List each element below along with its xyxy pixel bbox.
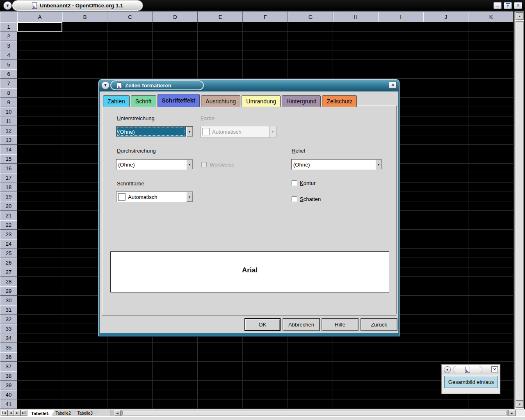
row-header-12[interactable]: 12 — [0, 126, 17, 135]
tab-area-splitter[interactable] — [110, 410, 112, 416]
dialog-close-button[interactable]: ✕ — [389, 82, 397, 89]
row-header-36[interactable]: 36 — [0, 352, 17, 362]
strikethrough-dropdown[interactable]: (Ohne) ▼ — [116, 159, 193, 170]
scroll-up-button[interactable]: ▲ — [516, 12, 524, 20]
previous-sheet-button[interactable]: ◀ — [7, 410, 14, 416]
column-header-E[interactable]: E — [198, 11, 243, 22]
row-header-24[interactable]: 24 — [0, 239, 17, 249]
scroll-left-button[interactable]: ◀ — [114, 410, 121, 416]
row-header-2[interactable]: 2 — [0, 32, 17, 41]
row-header-15[interactable]: 15 — [0, 154, 17, 164]
strikethrough-dropdown-button[interactable]: ▼ — [186, 160, 193, 169]
row-header-13[interactable]: 13 — [0, 135, 17, 145]
column-header-H[interactable]: H — [333, 11, 378, 22]
minimize-button[interactable]: _ — [493, 2, 502, 9]
row-header-5[interactable]: 5 — [0, 60, 17, 69]
font-color-dropdown[interactable]: Automatisch ▼ — [116, 192, 193, 202]
row-header-40[interactable]: 40 — [0, 390, 17, 399]
first-sheet-button[interactable]: ◀ — [1, 410, 7, 416]
underline-dropdown-button[interactable]: ▼ — [186, 127, 193, 137]
column-header-G[interactable]: G — [288, 11, 333, 22]
help-button[interactable]: Hilfe — [322, 318, 358, 331]
row-header-25[interactable]: 25 — [0, 249, 17, 258]
vertical-scroll-thumb[interactable] — [516, 21, 524, 401]
ok-button[interactable]: OK — [244, 318, 281, 331]
back-button[interactable]: Zurück — [361, 318, 397, 331]
underline-dropdown[interactable]: (Ohne) ▼ — [116, 126, 193, 137]
row-header-18[interactable]: 18 — [0, 183, 17, 192]
row-header-4[interactable]: 4 — [0, 50, 17, 60]
row-header-8[interactable]: 8 — [0, 88, 17, 98]
row-header-20[interactable]: 20 — [0, 201, 17, 211]
row-header-37[interactable]: 37 — [0, 362, 17, 371]
column-header-K[interactable]: K — [468, 11, 514, 22]
floating-window-titlebar[interactable]: ▼ ✕ — [442, 365, 500, 374]
dialog-tab-zellschutz[interactable]: Zellschutz — [322, 95, 357, 107]
next-sheet-button[interactable]: ▶ — [14, 410, 21, 416]
row-header-7[interactable]: 7 — [0, 79, 17, 88]
row-header-34[interactable]: 34 — [0, 333, 17, 343]
dialog-tab-hintergrund[interactable]: Hintergrund — [282, 95, 321, 107]
row-header-38[interactable]: 38 — [0, 371, 17, 381]
shadow-checkbox[interactable] — [292, 196, 297, 202]
row-header-11[interactable]: 11 — [0, 116, 17, 126]
row-header-21[interactable]: 21 — [0, 211, 17, 220]
floating-window-menu-button[interactable]: ▼ — [444, 366, 451, 373]
row-header-19[interactable]: 19 — [0, 192, 17, 201]
horizontal-scroll-thumb[interactable] — [122, 411, 507, 415]
font-color-dropdown-button[interactable]: ▼ — [186, 192, 193, 202]
sheet-tab-tabelle2[interactable]: Tabelle2 — [52, 410, 76, 416]
row-header-31[interactable]: 31 — [0, 305, 17, 315]
row-header-39[interactable]: 39 — [0, 381, 17, 390]
scroll-right-button[interactable]: ▶ — [508, 410, 516, 416]
gesamtbild-toggle-button[interactable]: Gesamtbild ein/aus — [444, 376, 498, 388]
row-header-33[interactable]: 33 — [0, 324, 17, 333]
relief-dropdown-button[interactable]: ▼ — [375, 160, 382, 169]
floating-window-close-button[interactable]: ✕ — [491, 366, 498, 372]
dialog-tab-ausrichtung[interactable]: Ausrichtung — [201, 95, 240, 107]
row-header-35[interactable]: 35 — [0, 343, 17, 352]
row-header-1[interactable]: 1 — [0, 22, 17, 32]
dialog-tab-umrandung[interactable]: Umrandung — [242, 95, 281, 107]
shadow-checkbox-row[interactable]: Schatten — [292, 196, 321, 202]
window-menu-button[interactable]: ▼ — [3, 1, 12, 10]
column-header-J[interactable]: J — [423, 11, 468, 22]
column-header-D[interactable]: D — [153, 11, 198, 22]
outline-checkbox-row[interactable]: Kontur — [292, 180, 315, 186]
row-header-41[interactable]: 41 — [0, 399, 17, 409]
row-header-23[interactable]: 23 — [0, 230, 17, 239]
row-header-30[interactable]: 30 — [0, 296, 17, 305]
dialog-tab-zahlen[interactable]: Zahlen — [103, 95, 130, 107]
row-header-16[interactable]: 16 — [0, 164, 17, 173]
row-header-14[interactable]: 14 — [0, 145, 17, 154]
row-header-28[interactable]: 28 — [0, 277, 17, 286]
row-header-9[interactable]: 9 — [0, 98, 17, 107]
last-sheet-button[interactable]: ▶ — [21, 410, 27, 416]
row-header-27[interactable]: 27 — [0, 267, 17, 277]
cancel-button[interactable]: Abbrechen — [283, 318, 320, 331]
column-header-B[interactable]: B — [62, 11, 107, 22]
dialog-titlebar[interactable]: ▼ Zellen formatieren ✕ — [99, 80, 399, 91]
row-header-22[interactable]: 22 — [0, 220, 17, 230]
column-header-I[interactable]: I — [378, 11, 423, 22]
row-header-10[interactable]: 10 — [0, 107, 17, 116]
close-button[interactable]: ✕ — [514, 2, 522, 9]
row-header-6[interactable]: 6 — [0, 69, 17, 79]
scroll-down-button[interactable]: ▼ — [516, 400, 524, 408]
maximize-button[interactable]: ▼ — [504, 2, 512, 9]
row-header-26[interactable]: 26 — [0, 258, 17, 267]
dialog-tab-schrift[interactable]: Schrift — [131, 95, 156, 107]
select-all-corner[interactable] — [0, 11, 17, 22]
dialog-menu-button[interactable]: ▼ — [101, 81, 110, 89]
sheet-tab-tabelle3[interactable]: Tabelle3 — [74, 410, 98, 416]
column-header-C[interactable]: C — [107, 11, 153, 22]
row-header-17[interactable]: 17 — [0, 173, 17, 183]
column-header-A[interactable]: A — [17, 11, 62, 22]
relief-dropdown[interactable]: (Ohne) ▼ — [291, 159, 382, 170]
row-header-32[interactable]: 32 — [0, 315, 17, 324]
row-header-29[interactable]: 29 — [0, 286, 17, 296]
outline-checkbox[interactable] — [292, 180, 297, 186]
column-header-F[interactable]: F — [243, 11, 288, 22]
sheet-tab-tabelle1[interactable]: Tabelle1 — [28, 410, 55, 416]
row-header-3[interactable]: 3 — [0, 41, 17, 50]
